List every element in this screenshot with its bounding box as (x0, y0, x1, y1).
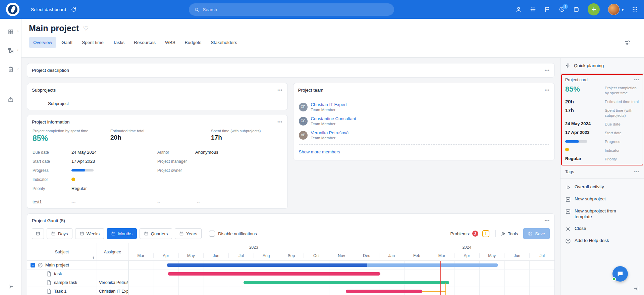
app-logo[interactable] (6, 3, 19, 16)
calendar-icon (51, 231, 56, 236)
panel-title: Subprojects (32, 88, 56, 93)
card-due-date: 24 May 2024Due date (565, 121, 639, 127)
quick-add-button[interactable]: + (588, 3, 600, 15)
tools-button[interactable]: Tools (500, 231, 518, 236)
project-information-panel: Project information Project completion b… (27, 115, 288, 209)
dashboards-icon (8, 29, 14, 35)
refresh-icon[interactable] (71, 7, 76, 12)
gantt-bar-sample-task[interactable] (244, 281, 449, 284)
zoom-days-button[interactable]: Days (47, 228, 72, 239)
app-logo-icon (8, 5, 17, 14)
add-to-helpdesk-button[interactable]: Add to Help desk (560, 235, 644, 247)
zoom-months-button[interactable]: Months (107, 228, 137, 239)
task-icon (46, 288, 52, 294)
zoom-quarters-button[interactable]: Quarters (140, 228, 172, 239)
user-menu[interactable] (608, 4, 624, 15)
box-upload-icon (8, 97, 14, 103)
warning-icon[interactable]: ! (482, 230, 489, 237)
new-subproject-button[interactable]: New subproject (560, 193, 644, 205)
new-subproject-from-template-button[interactable]: New subproject from template (560, 205, 644, 223)
member-name-link[interactable]: Christian IT Expert (311, 102, 347, 107)
projects-tree-icon (8, 48, 14, 54)
overall-activity-button[interactable]: Overall activity (560, 181, 644, 193)
disable-notifications-checkbox[interactable] (209, 231, 215, 237)
panel-menu-button[interactable] (544, 218, 550, 223)
zoom-years-button[interactable]: Years (175, 228, 202, 239)
tab-gantt[interactable]: Gantt (57, 37, 77, 48)
collapse-right-panel-button[interactable] (633, 286, 639, 292)
tab-resources[interactable]: Resources (129, 37, 160, 48)
show-more-members-link[interactable]: Show more members (299, 149, 340, 154)
topbar: Select dashboard 1 + (0, 0, 644, 19)
dependency-connector (445, 283, 446, 295)
close-project-button[interactable]: Close (560, 223, 644, 235)
panel-menu-button[interactable] (277, 120, 283, 125)
calendar-icon (144, 231, 149, 236)
field-due-date: Due date24 May 2024 (33, 148, 157, 157)
search-input[interactable] (203, 7, 389, 12)
page-header: Main project Overview Gantt Spent time T… (21, 19, 644, 57)
gantt-bar-task-1[interactable] (346, 290, 423, 293)
gantt-table-row[interactable]: sample task Veronika Petrušová (27, 278, 128, 287)
gantt-bar-task[interactable] (168, 272, 380, 276)
rail-projects-button[interactable] (5, 46, 17, 55)
gantt-bar-main-project[interactable] (167, 263, 498, 267)
plus-square-icon (565, 197, 571, 202)
time-tracking-button[interactable]: 1 (559, 6, 565, 12)
column-header-subject[interactable]: Subject ▲▼ (27, 243, 97, 260)
apps-grid-icon (632, 6, 638, 12)
favorite-button[interactable] (83, 24, 89, 32)
panel-menu-button[interactable] (544, 68, 550, 73)
gantt-today-line (440, 261, 441, 295)
member-name-link[interactable]: Constantine Consultant (311, 116, 356, 121)
global-search[interactable] (189, 3, 394, 16)
calendar-button[interactable] (573, 6, 579, 12)
gantt-table-row[interactable]: Main project (27, 261, 128, 269)
chat-widget-button[interactable] (612, 266, 628, 282)
save-button[interactable]: Save (523, 228, 550, 239)
my-tasks-button[interactable] (530, 6, 536, 12)
gantt-months-row: MarAprMayJunJulAugSepOctNovDecJanFebMarA… (128, 251, 554, 260)
rail-archive-button[interactable] (5, 95, 17, 104)
panel-menu-button[interactable] (277, 88, 283, 93)
gantt-table-row[interactable]: Task 1 Christian IT Expert (27, 287, 128, 295)
gantt-chart: 20232024 MarAprMayJunJulAugSepOctNovDecJ… (128, 243, 554, 295)
gantt-calendar-button[interactable] (32, 228, 44, 239)
collapse-sidebar-button[interactable] (8, 284, 14, 290)
gantt-years-row: 20232024 (128, 243, 554, 251)
card-estimated: 20hEstimated time total (565, 99, 639, 104)
gantt-table-row[interactable]: task (27, 269, 128, 278)
panel-menu-button[interactable] (634, 78, 639, 82)
tab-budgets[interactable]: Budgets (180, 37, 206, 48)
flag-button[interactable] (544, 6, 550, 12)
page-settings-button[interactable] (625, 40, 637, 46)
time-badge: 1 (562, 4, 568, 9)
column-header-assignee[interactable]: Assignee (97, 243, 128, 260)
indicator-dot (565, 148, 569, 151)
zoom-weeks-button[interactable]: Weeks (75, 228, 104, 239)
tab-stakeholders[interactable]: Stakeholders (206, 37, 241, 48)
panel-menu-button[interactable] (634, 169, 639, 174)
subproject-link[interactable]: Subproject (27, 97, 287, 110)
dashboard-selector[interactable]: Select dashboard (31, 7, 76, 12)
tab-tasks[interactable]: Tasks (109, 37, 129, 48)
team-member: CE Christian IT Expert Team Member (299, 102, 549, 112)
field-project-owner: Project owner (157, 166, 282, 175)
problems-indicator[interactable]: Problems: 2 (450, 231, 478, 237)
quick-planning-button[interactable]: Quick planning (560, 58, 644, 73)
tab-overview[interactable]: Overview (29, 37, 56, 48)
field-author: AuthorAnonymous (157, 148, 282, 157)
tab-spent-time[interactable]: Spent time (77, 37, 108, 48)
row-checkbox[interactable] (31, 263, 35, 267)
card-indicator: Indicator (565, 147, 639, 153)
rail-dashboards-button[interactable] (5, 28, 17, 36)
profile-button[interactable] (516, 6, 522, 12)
apps-menu-button[interactable] (632, 6, 638, 12)
member-name-link[interactable]: Veronika Petrušová (311, 130, 349, 135)
tab-wbs[interactable]: WBS (161, 37, 180, 48)
task-icon (46, 280, 52, 286)
rail-tasks-button[interactable] (5, 65, 17, 74)
calendar-icon (36, 231, 40, 236)
sort-icon[interactable]: ▲▼ (92, 256, 95, 259)
panel-menu-button[interactable] (544, 88, 550, 93)
